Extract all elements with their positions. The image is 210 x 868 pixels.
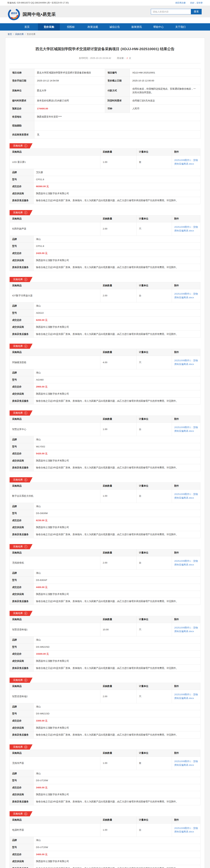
model-label: 型号 bbox=[10, 844, 33, 851]
supplier-value: 陕西韶华云顶数字技术有限公司 bbox=[33, 391, 201, 398]
attachment-link[interactable]: 20251009附件1：货物类响应偏离表.docx bbox=[174, 359, 198, 365]
model-value: DS-D630M bbox=[33, 510, 201, 517]
info-value: 合同签订后5天内送达 bbox=[130, 96, 201, 105]
col-header-attachment: 附件 bbox=[172, 816, 200, 824]
result-block: 采购结果 3 采购商品 采购数量 计量单位 附件 IOT数字功率放大器 2.00… bbox=[9, 277, 201, 338]
price-label: 成交总价 bbox=[10, 851, 33, 858]
supplier-register-link[interactable]: 供应商注册 bbox=[175, 1, 186, 4]
info-value: 人民币 bbox=[130, 105, 201, 113]
search-button[interactable]: 搜索 bbox=[191, 9, 202, 14]
warranty-label: 质保及售后服务 bbox=[10, 464, 33, 471]
result-badge-label: 采购结果 bbox=[13, 278, 23, 281]
col-header-unit: 计量单位 bbox=[136, 349, 172, 356]
result-badge: 采购结果 3 bbox=[9, 277, 32, 282]
quantity-cell: 1.00 bbox=[100, 824, 136, 837]
info-value: 西北大学 bbox=[34, 85, 105, 96]
attachment-link[interactable]: 20251009附件1：货物类响应偏离表.docx bbox=[174, 827, 198, 833]
attachment-link[interactable]: 20251009附件1：货物类响应偏离表.docx bbox=[174, 626, 198, 632]
brand-value: 湖山 bbox=[33, 236, 201, 243]
hotline-text: 客服热线: 029-86618373 QQ:2881944994 (周一至周五9… bbox=[7, 1, 69, 4]
result-item-table: 采购商品 采购数量 计量单位 附件 无线传声器 1.00 套 20251009附… bbox=[9, 750, 201, 770]
attachment-link[interactable]: 20251009附件1：货物类响应偏离表.docx bbox=[174, 693, 198, 700]
col-header-attachment: 附件 bbox=[172, 215, 200, 222]
price-value: 3400.00 元 bbox=[33, 784, 201, 791]
model-value: DS-UT20W bbox=[33, 777, 201, 784]
nav-item-政策法规[interactable]: 政策法规 bbox=[82, 23, 104, 31]
nav-item-新闻资讯[interactable]: 新闻资讯 bbox=[126, 23, 148, 31]
price-value: 15500.00 元 bbox=[33, 650, 201, 658]
result-badge: 采购结果 5 bbox=[9, 410, 32, 415]
price-value: 6200.00 元 bbox=[33, 316, 201, 323]
col-header-product: 采购商品 bbox=[10, 483, 100, 489]
warranty-value: 验收合格之日起3年提供原厂质保。质保期内，非人为因素产品出现质量问题，由乙方进行… bbox=[33, 331, 201, 338]
warranty-label: 质保及售后服务 bbox=[10, 397, 33, 404]
col-header-unit: 计量单位 bbox=[136, 816, 172, 824]
supplier-value: 陕西韶华云顶数字技术有限公司 bbox=[33, 323, 201, 331]
info-value: XDJJ-HW-202510001 bbox=[130, 69, 201, 77]
main-nav: 首页竞价采购招投标政策法规诚信公告新闻资讯帮助中心关于我们 bbox=[0, 23, 210, 31]
supplier-label: 成交供应商 bbox=[10, 190, 33, 197]
quantity-cell: 1.00 bbox=[100, 489, 136, 503]
col-header-attachment: 附件 bbox=[172, 683, 200, 690]
breadcrumb-link[interactable]: 采购结果 bbox=[15, 33, 24, 35]
quantity-cell: 2.00 bbox=[100, 289, 136, 302]
result-badge-number: 8 bbox=[24, 612, 27, 615]
quantity-cell: 1.00 bbox=[100, 156, 136, 169]
result-badge-label: 采购结果 bbox=[13, 745, 23, 749]
nav-item-关于我们[interactable]: 关于我们 bbox=[169, 23, 191, 31]
result-badge-label: 采购结果 bbox=[13, 612, 23, 615]
unit-cell: 台 bbox=[136, 289, 172, 302]
model-value: AGX60 bbox=[33, 376, 201, 383]
attachment-link[interactable]: 20251009附件1：货物类响应偏离表.docx bbox=[174, 760, 198, 766]
price-value: 5420.00 元 bbox=[33, 450, 201, 457]
quantity-cell: 10.00 bbox=[100, 623, 136, 637]
price-label: 成交总价 bbox=[10, 450, 33, 457]
brand-value: 湖山 bbox=[33, 369, 201, 376]
info-value: 2025-10-12 14:54:59 bbox=[34, 77, 105, 85]
result-detail-table: 品牌 湖山 型号 DS-630AP 成交总价 4400.00 元 成交供应商 陕… bbox=[9, 569, 201, 605]
brand-value: 湖山 bbox=[33, 436, 201, 443]
info-value: 西北大学区域国别学院学术交流研讨室设备采购项目 bbox=[34, 69, 105, 77]
result-detail-table: 品牌 湖山 型号 ADG22 成交总价 6200.00 元 成交供应商 陕西韶华… bbox=[9, 302, 201, 338]
brand-value: 湖山 bbox=[33, 569, 201, 577]
info-value: 发布竞价结果后1天内签订合同 bbox=[34, 96, 105, 105]
header: 易竞采 国网中电•易竞采 搜索 bbox=[0, 5, 210, 18]
col-header-attachment: 附件 bbox=[172, 416, 200, 423]
search-input[interactable] bbox=[151, 9, 191, 14]
unit-cell: 套 bbox=[136, 156, 172, 169]
model-value: DS-UT20W bbox=[33, 844, 201, 851]
nav-item-竞价采购[interactable]: 竞价采购 bbox=[38, 23, 60, 31]
col-header-product: 采购商品 bbox=[10, 215, 100, 222]
unit-cell: 只 bbox=[136, 356, 172, 369]
warranty-value: 验收合格之日起3年提供原厂质保。质保期内，非人为因素产品出现质量问题，由乙方进行… bbox=[33, 865, 201, 868]
result-block: 采购结果 11 采购商品 采购数量 计量单位 附件 电源时序器 1.00 台 2… bbox=[9, 811, 201, 868]
breadcrumb-link[interactable]: 首页 bbox=[8, 33, 12, 35]
attachment-link[interactable]: 20251009附件1：货物类响应偏离表.docx bbox=[174, 560, 198, 566]
brand-value: 湖山 bbox=[33, 770, 201, 777]
nav-item-招投标[interactable]: 招投标 bbox=[60, 23, 82, 31]
attachment-link[interactable]: 20251009附件1：货物类响应偏离表.docx bbox=[174, 493, 198, 499]
result-badge: 采购结果 8 bbox=[9, 611, 32, 616]
model-label: 型号 bbox=[10, 443, 33, 450]
attachment-link[interactable]: 20251009附件1：货物类响应偏离表.docx bbox=[174, 226, 198, 232]
nav-item-诚信公告[interactable]: 诚信公告 bbox=[104, 23, 126, 31]
result-block: 采购结果 2 采购商品 采购数量 计量单位 附件 柱阵列扬声器 2.00 只 2… bbox=[9, 210, 201, 271]
login-link[interactable]: 您好，请登录 bbox=[190, 1, 203, 4]
attachment-link[interactable]: 20251009附件1：货物类响应偏离表.docx bbox=[174, 426, 198, 432]
result-badge-number: 6 bbox=[24, 478, 27, 482]
result-detail-table: 品牌 湖山 型号 DS-W621SD 成交总价 3300.00 元 成交供应商 … bbox=[9, 703, 201, 739]
result-badge-label: 采购结果 bbox=[13, 211, 23, 214]
col-header-attachment: 附件 bbox=[172, 483, 200, 489]
nav-item-首页[interactable]: 首页 bbox=[16, 23, 38, 31]
supplier-label: 成交供应商 bbox=[10, 724, 33, 732]
unit-cell: 只 bbox=[136, 222, 172, 236]
brand-value: 湖山 bbox=[33, 837, 201, 844]
brand-logo: 易竞采 国网中电•易竞采 bbox=[7, 8, 56, 21]
result-detail-table: 品牌 湖山 型号 WLYS02 成交总价 5420.00 元 成交供应商 陕西韶… bbox=[9, 436, 201, 471]
result-detail-table: 品牌 湖山 型号 DS-UT20W 成交总价 3400.00 元 成交供应商 陕… bbox=[9, 770, 201, 805]
attachment-link[interactable]: 20251009附件1：货物类响应偏离表.docx bbox=[174, 159, 198, 165]
attachment-link[interactable]: 20251009附件1：货物类响应偏离表.docx bbox=[174, 292, 198, 299]
info-label: 竞价截止日期 bbox=[105, 77, 130, 85]
nav-item-帮助中心[interactable]: 帮助中心 bbox=[148, 23, 169, 31]
result-badge: 采购结果 10 bbox=[9, 744, 32, 750]
